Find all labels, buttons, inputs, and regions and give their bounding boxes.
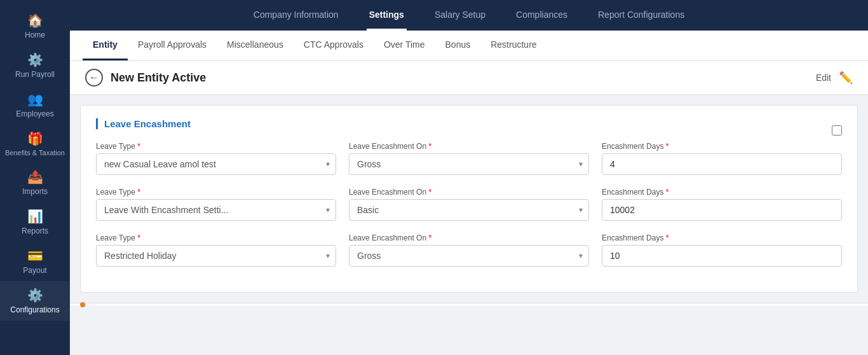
sidebar-item-employees[interactable]: 👥 Employees — [0, 85, 70, 125]
encashment-days-label-3: Encashment Days * — [602, 233, 842, 242]
leave-type-select-3[interactable]: Restricted Holiday — [96, 245, 336, 267]
reports-icon: 📊 — [27, 209, 43, 224]
sidebar-item-label: Home — [25, 31, 45, 39]
back-button[interactable]: ← — [85, 69, 103, 87]
encashment-on-select-wrapper-1: Gross — [349, 153, 589, 175]
orange-dot-indicator — [80, 302, 85, 307]
required-star: * — [666, 233, 669, 242]
form-group-encashment-days-3: Encashment Days * — [602, 233, 842, 267]
entity-title: New Entity Active — [111, 71, 206, 85]
sub-nav-restructure[interactable]: Restructure — [480, 31, 546, 60]
sidebar-item-label: Configurations — [10, 305, 59, 314]
employees-icon: 👥 — [27, 92, 43, 107]
sidebar: 🏠 Home ⚙️ Run Payroll 👥 Employees 🎁 Bene… — [0, 0, 70, 355]
form-group-encashment-days-2: Encashment Days * — [602, 188, 842, 221]
required-star: * — [666, 142, 669, 151]
sidebar-item-label: Payout — [23, 266, 46, 275]
encashment-days-label-2: Encashment Days * — [602, 188, 842, 197]
content-area: Leave Encashment Leave Type * new Casual… — [70, 95, 868, 355]
entity-header-right: Edit ✏️ — [816, 71, 853, 85]
encashment-on-select-wrapper-3: Gross — [349, 245, 589, 267]
sub-nav: Entity Payroll Approvals Miscellaneous C… — [70, 31, 868, 61]
required-star: * — [428, 142, 431, 151]
sub-nav-ctc-approvals[interactable]: CTC Approvals — [294, 31, 374, 60]
sidebar-item-configurations[interactable]: ⚙️ Configurations — [0, 281, 70, 321]
leave-type-select-1[interactable]: new Casual Leave amol test — [96, 153, 336, 175]
form-group-leave-type-3: Leave Type * Restricted Holiday — [96, 233, 336, 267]
sidebar-item-runpayroll[interactable]: ⚙️ Run Payroll — [0, 46, 70, 85]
card-checkbox[interactable] — [832, 125, 842, 136]
sidebar-item-home[interactable]: 🏠 Home — [0, 6, 70, 46]
leave-type-select-wrapper-2: Leave With Encashment Setti... — [96, 199, 336, 221]
form-group-encashment-days-1: Encashment Days * — [602, 142, 842, 175]
encashment-on-select-2[interactable]: Basic — [349, 199, 589, 221]
leave-type-label-3: Leave Type * — [96, 233, 336, 242]
edit-pencil-icon[interactable]: ✏️ — [839, 71, 853, 85]
sub-nav-bonus[interactable]: Bonus — [435, 31, 481, 60]
sub-nav-over-time[interactable]: Over Time — [374, 31, 435, 60]
home-icon: 🏠 — [27, 13, 43, 28]
form-group-leave-type-2: Leave Type * Leave With Encashment Setti… — [96, 188, 336, 221]
configurations-icon: ⚙️ — [27, 288, 43, 303]
benefits-icon: 🎁 — [27, 131, 43, 146]
required-star: * — [137, 188, 140, 197]
encashment-days-input-1[interactable] — [602, 153, 842, 175]
form-group-leave-type-1: Leave Type * new Casual Leave amol test — [96, 142, 336, 175]
leave-encashment-card: Leave Encashment Leave Type * new Casual… — [80, 105, 858, 293]
top-nav-settings[interactable]: Settings — [367, 1, 407, 31]
sub-nav-miscellaneous[interactable]: Miscellaneous — [217, 31, 294, 60]
sidebar-item-benefits[interactable]: 🎁 Benefits & Taxation — [0, 125, 70, 163]
encashment-days-label-1: Encashment Days * — [602, 142, 842, 151]
leave-type-select-2[interactable]: Leave With Encashment Setti... — [96, 199, 336, 221]
top-nav: Company Information Settings Salary Setu… — [70, 0, 868, 31]
encashment-on-label-3: Leave Encashment On * — [349, 233, 589, 242]
form-group-encashment-on-2: Leave Encashment On * Basic — [349, 188, 589, 221]
entity-header-left: ← New Entity Active — [85, 69, 206, 87]
sidebar-item-label: Run Payroll — [15, 70, 55, 79]
form-row-2: Leave Type * Leave With Encashment Setti… — [96, 188, 842, 221]
runpayroll-icon: ⚙️ — [27, 52, 43, 67]
sub-nav-entity[interactable]: Entity — [83, 31, 128, 60]
bottom-bar — [70, 303, 868, 305]
sidebar-item-imports[interactable]: 📤 Imports — [0, 163, 70, 202]
required-star: * — [666, 188, 669, 197]
sidebar-item-label: Benefits & Taxation — [5, 149, 65, 157]
payout-icon: 💳 — [27, 248, 43, 263]
form-row-3: Leave Type * Restricted Holiday Leave En… — [96, 233, 842, 267]
top-nav-compliances[interactable]: Compliances — [513, 1, 570, 31]
form-group-encashment-on-1: Leave Encashment On * Gross — [349, 142, 589, 175]
encashment-on-label-2: Leave Encashment On * — [349, 188, 589, 197]
card-title: Leave Encashment — [96, 118, 191, 129]
sidebar-item-label: Reports — [22, 226, 48, 235]
top-nav-company-information[interactable]: Company Information — [251, 1, 341, 31]
form-group-encashment-on-3: Leave Encashment On * Gross — [349, 233, 589, 267]
sidebar-item-label: Employees — [16, 109, 53, 118]
sidebar-item-label: Imports — [22, 187, 48, 196]
sub-nav-payroll-approvals[interactable]: Payroll Approvals — [128, 31, 217, 60]
sidebar-item-payout[interactable]: 💳 Payout — [0, 242, 70, 281]
required-star: * — [137, 142, 140, 151]
encashment-days-input-3[interactable] — [602, 245, 842, 267]
encashment-on-select-3[interactable]: Gross — [349, 245, 589, 267]
form-row-1: Leave Type * new Casual Leave amol test … — [96, 142, 842, 175]
leave-type-label-2: Leave Type * — [96, 188, 336, 197]
required-star: * — [428, 233, 431, 242]
encashment-on-select-wrapper-2: Basic — [349, 199, 589, 221]
top-nav-salary-setup[interactable]: Salary Setup — [432, 1, 488, 31]
leave-type-label-1: Leave Type * — [96, 142, 336, 151]
required-star: * — [428, 188, 431, 197]
required-star: * — [137, 233, 140, 242]
leave-type-select-wrapper-3: Restricted Holiday — [96, 245, 336, 267]
edit-button[interactable]: Edit — [816, 73, 831, 83]
top-nav-report-configurations[interactable]: Report Configurations — [595, 1, 687, 31]
imports-icon: 📤 — [27, 169, 43, 184]
encashment-on-select-1[interactable]: Gross — [349, 153, 589, 175]
sidebar-item-reports[interactable]: 📊 Reports — [0, 202, 70, 242]
encashment-days-input-2[interactable] — [602, 199, 842, 221]
entity-header: ← New Entity Active Edit ✏️ — [70, 61, 868, 95]
main-area: Company Information Settings Salary Setu… — [70, 0, 868, 355]
leave-type-select-wrapper-1: new Casual Leave amol test — [96, 153, 336, 175]
encashment-on-label-1: Leave Encashment On * — [349, 142, 589, 151]
